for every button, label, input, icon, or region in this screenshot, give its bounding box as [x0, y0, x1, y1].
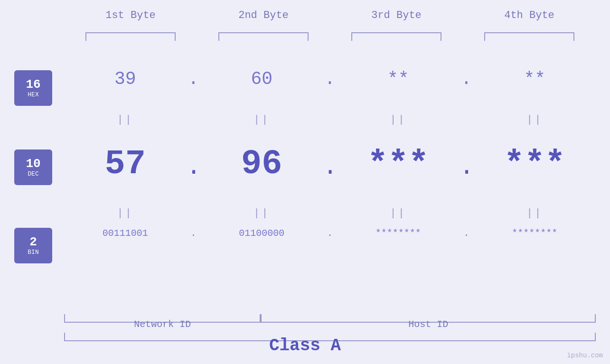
- bin-sep-3: .: [460, 228, 474, 239]
- bin-sep-2: .: [323, 228, 337, 239]
- eq-bsep-2: [323, 207, 337, 219]
- bin-val-4: ********: [512, 228, 557, 239]
- byte4-header: 4th Byte: [463, 9, 596, 21]
- hex-b3: **: [337, 69, 460, 89]
- bin-b1: 00111001: [64, 228, 187, 239]
- dec-b2: 96: [201, 145, 323, 184]
- byte1-header: 1st Byte: [64, 9, 197, 21]
- dec-val-1: 57: [105, 145, 146, 184]
- hex-val-2: 60: [251, 69, 272, 89]
- dec-num: 10: [26, 157, 40, 171]
- hex-sep-1: .: [187, 69, 201, 89]
- bin-badge: 2 BIN: [14, 228, 52, 263]
- eq-b4: ||: [474, 207, 596, 219]
- network-id-label: Network ID: [64, 319, 261, 330]
- hex-b1: 39: [64, 69, 187, 89]
- bracket-1: [85, 32, 176, 41]
- hex-label: HEX: [28, 91, 38, 98]
- id-labels: Network ID Host ID: [64, 319, 596, 330]
- eq-1: ||: [64, 114, 187, 126]
- bin-b3: ********: [337, 228, 460, 239]
- bracket-4: [484, 32, 574, 41]
- bracket-3: [351, 32, 441, 41]
- eq-sep-1: [187, 114, 201, 126]
- hex-badge: 16 HEX: [14, 70, 52, 106]
- bin-b2: 01100000: [201, 228, 323, 239]
- eq-3: ||: [337, 114, 460, 126]
- hex-val-1: 39: [114, 69, 136, 89]
- eq-bsep-1: [187, 207, 201, 219]
- equals-dec-bin: || || || ||: [64, 207, 596, 219]
- dec-label: DEC: [28, 170, 38, 177]
- bin-label: BIN: [28, 249, 38, 256]
- top-brackets: [64, 32, 596, 41]
- hex-sep-2: .: [323, 69, 337, 89]
- bin-sep-1: .: [187, 228, 201, 239]
- bracket-2: [218, 32, 309, 41]
- eq-2: ||: [201, 114, 323, 126]
- bin-num: 2: [29, 235, 37, 249]
- hex-val-4: **: [524, 69, 545, 89]
- dec-b3: ***: [337, 145, 460, 184]
- eq-b3: ||: [337, 207, 460, 219]
- bracket-col-2: [197, 32, 330, 41]
- eq-sep-3: [460, 114, 474, 126]
- byte-headers: 1st Byte 2nd Byte 3rd Byte 4th Byte: [64, 9, 596, 21]
- equals-hex-dec: || || || ||: [64, 114, 596, 126]
- eq-4: ||: [474, 114, 596, 126]
- eq-sep-2: [323, 114, 337, 126]
- bracket-col-4: [463, 32, 596, 41]
- hex-b2: 60: [201, 69, 323, 89]
- bin-row: 00111001 . 01100000 . ******** . *******…: [64, 228, 596, 239]
- hex-sep-3: .: [460, 69, 474, 89]
- bracket-col-3: [330, 32, 463, 41]
- byte3-header: 3rd Byte: [330, 9, 463, 21]
- bin-val-3: ********: [375, 228, 421, 239]
- eq-bsep-3: [460, 207, 474, 219]
- hex-b4: **: [474, 69, 596, 89]
- bracket-col-1: [64, 32, 197, 41]
- class-label: Class A: [0, 336, 610, 355]
- dec-b1: 57: [64, 145, 187, 184]
- dec-row: 57 . 96 . *** . ***: [64, 145, 596, 184]
- dec-badge: 10 DEC: [14, 149, 52, 185]
- bin-val-1: 00111001: [103, 228, 148, 239]
- dec-val-2: 96: [241, 145, 282, 184]
- dec-b4: ***: [474, 145, 596, 184]
- host-id-label: Host ID: [261, 319, 596, 330]
- bin-val-2: 01100000: [239, 228, 284, 239]
- byte2-header: 2nd Byte: [197, 9, 330, 21]
- dec-val-3: ***: [367, 145, 429, 184]
- eq-b1: ||: [64, 207, 187, 219]
- dec-sep-2: .: [323, 155, 337, 184]
- hex-row: 39 . 60 . ** . **: [64, 69, 596, 89]
- hex-num: 16: [26, 78, 40, 92]
- main-container: 1st Byte 2nd Byte 3rd Byte 4th Byte 16 H…: [0, 0, 610, 364]
- bin-b4: ********: [474, 228, 596, 239]
- eq-b2: ||: [201, 207, 323, 219]
- dec-val-4: ***: [504, 145, 565, 184]
- dec-sep-1: .: [187, 155, 201, 184]
- hex-val-3: **: [387, 69, 409, 89]
- dec-sep-3: .: [460, 155, 474, 184]
- watermark: ipshu.com: [567, 352, 603, 359]
